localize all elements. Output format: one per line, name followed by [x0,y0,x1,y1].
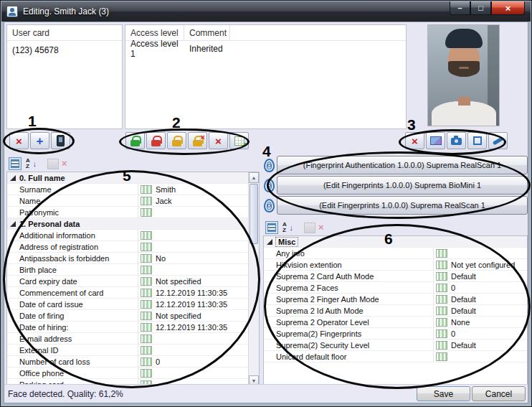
property-row[interactable]: Commencement of card12.12.2019 11:30:35 [7,287,248,299]
save-button[interactable]: Save [417,386,470,401]
minimize-button[interactable]: – [450,1,470,15]
property-row[interactable]: Additional information [7,230,248,241]
property-row[interactable]: Any info [264,248,527,259]
property-row[interactable]: Suprema 2 Faces0 [264,282,527,294]
crop-photo-button[interactable] [467,132,487,149]
property-row[interactable]: Office phone [7,368,248,379]
categorized-view-button[interactable] [265,221,278,234]
field-edit-icon[interactable] [141,231,152,240]
fingerprint-device-button[interactable]: (Edit Fingerprints 1.0.0.0) Suprema BioM… [277,176,528,195]
maximize-button[interactable]: □ [470,1,491,15]
property-row[interactable]: Date of firingNot specified [7,310,248,322]
property-row[interactable]: Birth place [7,264,248,276]
field-edit-icon[interactable] [436,341,447,350]
field-edit-icon[interactable] [436,307,447,315]
scroll-up-button[interactable]: ▲ [249,172,259,183]
alphabetical-sort-button[interactable]: A Z ↓ [281,221,294,234]
property-row[interactable]: E-mail address [7,333,248,345]
fingerprint-device-button[interactable]: (Fingerprint Authentication 1.0.0.0) Sup… [277,156,528,174]
field-edit-icon[interactable] [141,277,152,286]
scrollbar-thumb[interactable] [250,184,258,244]
delete-card-button[interactable]: × [9,132,29,149]
delete-access-level-button[interactable]: × [209,132,228,149]
remove-temp-lock-button[interactable]: × [188,132,207,149]
capture-photo-button[interactable] [447,132,466,149]
field-edit-icon[interactable] [436,295,447,304]
delete-icon: × [16,136,22,146]
field-edit-icon[interactable] [141,254,152,263]
expand-triangle-icon[interactable] [10,221,16,227]
property-row[interactable]: Suprema 2 Operator LevelNone [264,317,527,328]
property-value: 0 [451,329,455,338]
property-value: Not specified [156,277,201,286]
card-reader-button[interactable] [51,132,70,149]
check-icon: ✓ [241,141,247,149]
categorized-view-button[interactable] [9,157,22,170]
cancel-button[interactable]: Cancel [472,386,526,401]
photo-beard [448,61,480,77]
property-row[interactable]: NameJack [7,195,248,207]
property-row[interactable]: Unicard default floor [264,351,527,362]
category-row[interactable]: Misc [264,236,527,248]
property-row[interactable]: Suprema(2) Fingerprints0 [264,328,527,340]
field-edit-icon[interactable] [141,323,152,332]
field-edit-icon[interactable] [141,243,152,251]
fingerprint-device-button[interactable]: (Edit Fingerprints 1.0.0.0) Suprema Real… [277,196,528,215]
property-row[interactable]: Suprema 2 Card Auth ModeDefault [264,271,527,282]
user-card-item[interactable]: (123) 45678 [7,41,122,60]
field-edit-icon[interactable] [141,312,152,320]
category-row[interactable]: 1. Personal data [7,218,248,230]
property-row[interactable]: Number of card loss0 [7,356,248,368]
comment-column-header[interactable]: Comment [184,25,230,40]
property-row[interactable]: Date of hiring:12.12.2019 11:30:35 [7,322,248,333]
field-edit-icon[interactable] [141,346,152,355]
field-edit-icon[interactable] [436,329,447,338]
property-row[interactable]: Suprema(2) Security LevelDefault [264,340,527,351]
field-edit-icon[interactable] [436,318,447,327]
sort-arrow-icon: ↓ [33,159,37,168]
field-edit-icon[interactable] [141,185,152,194]
field-edit-icon[interactable] [141,357,152,366]
lock-access-button[interactable] [146,132,166,149]
field-edit-icon[interactable] [141,335,152,343]
field-edit-icon[interactable] [436,352,447,361]
delete-photo-button[interactable]: × [405,132,424,149]
property-row[interactable]: Hikvision extentionNot yet configured [264,259,527,271]
property-row[interactable]: Patronymic [7,207,248,218]
maximize-icon: □ [478,4,483,12]
property-value-cell: Default [434,295,527,304]
access-table-row[interactable]: Access level 1Inherited [125,41,406,57]
field-edit-icon[interactable] [141,300,152,309]
edit-photo-button[interactable] [488,132,508,149]
property-row[interactable]: Date of card issue12.12.2019 11:30:35 [7,299,248,310]
field-edit-icon[interactable] [141,208,152,217]
field-edit-icon[interactable] [141,289,152,297]
add-card-button[interactable]: + [30,132,49,149]
field-edit-icon[interactable] [141,369,152,378]
access-level-column-header[interactable]: Access level [125,25,184,40]
unlock-access-button[interactable] [125,132,145,149]
close-button[interactable]: × [491,1,525,15]
temp-lock-button[interactable] [167,132,186,149]
field-edit-icon[interactable] [436,284,447,292]
edit-person-dialog: Editing. Smith Jack (3) – □ × User card … [0,0,532,407]
edit-access-levels-button[interactable]: ✓ [229,132,249,149]
property-row[interactable]: External ID [7,345,248,356]
property-row[interactable]: Card expiry dateNot specified [7,276,248,287]
expand-triangle-icon[interactable] [10,175,16,181]
expand-triangle-icon[interactable] [267,239,272,245]
property-row[interactable]: Suprema 2 Finger Auth ModeDefault [264,294,527,305]
field-edit-icon[interactable] [436,272,447,281]
property-row[interactable]: Suprema 2 Id Auth ModeDefault [264,305,527,317]
vertical-scrollbar[interactable]: ▲ ▼ [248,172,259,386]
load-photo-button[interactable] [426,132,445,149]
field-edit-icon[interactable] [141,266,152,274]
property-row[interactable]: Antipassback is forbiddenNo [7,253,248,264]
field-edit-icon[interactable] [436,249,447,258]
title-bar[interactable]: Editing. Smith Jack (3) – □ × [1,1,531,22]
field-edit-icon[interactable] [141,197,152,205]
property-row[interactable]: Address of registration [7,241,248,253]
field-edit-icon[interactable] [436,261,447,269]
property-row[interactable]: SurnameSmith [7,184,248,195]
alphabetical-sort-button[interactable]: A Z ↓ [24,157,37,170]
